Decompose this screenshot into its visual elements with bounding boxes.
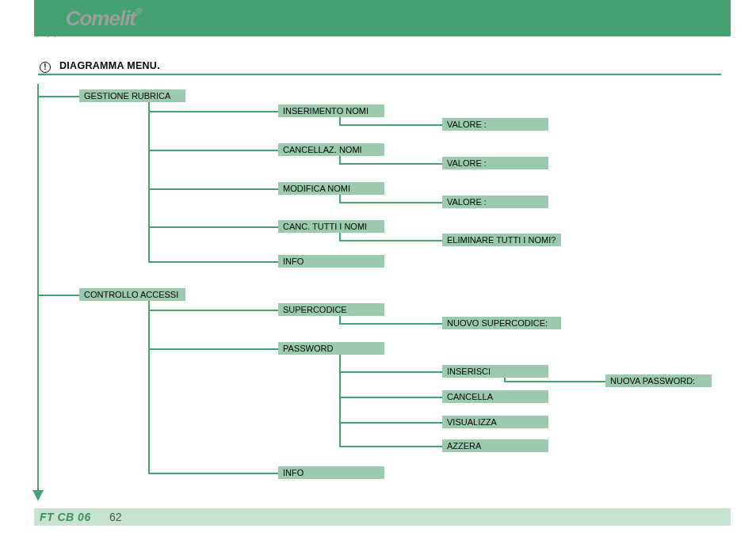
node-valore-3: VALORE : (442, 196, 548, 208)
page-title: DIAGRAMMA MENU. (59, 60, 160, 71)
node-inserimento-nomi: INSERIMENTO NOMI (278, 105, 384, 117)
node-nuovo-supercodice: NUOVO SUPERCODICE: (442, 317, 561, 329)
node-eliminare: ELIMINARE TUTTI I NOMI? (442, 234, 561, 246)
node-gestione-rubrica: GESTIONE RUBRICA (79, 89, 185, 102)
connector (339, 124, 442, 126)
footer-bar (34, 508, 731, 526)
connector (148, 473, 278, 474)
node-inserisci: INSERISCI (442, 365, 548, 378)
connector (339, 371, 442, 373)
connector (148, 188, 278, 190)
connector (148, 310, 278, 311)
connector (37, 295, 79, 296)
info-icon: ! (40, 62, 51, 73)
brand-name: Comelit (66, 6, 136, 30)
arrowhead-down-icon (32, 490, 44, 501)
connector (148, 102, 150, 263)
connector (339, 355, 341, 447)
footer-code: FT CB 06 (40, 511, 91, 523)
node-canc-tutti: CANC. TUTTI I NOMI (278, 220, 384, 233)
connector (339, 240, 442, 241)
footer-page: 62 (109, 511, 122, 523)
node-visualizza: VISUALIZZA (442, 416, 548, 428)
connector (148, 261, 278, 263)
connector (339, 397, 442, 398)
connector (148, 226, 278, 228)
connector (339, 422, 442, 424)
connector (148, 150, 278, 151)
node-nuova-password: NUOVA PASSWORD: (605, 374, 712, 387)
connector (339, 446, 442, 447)
node-modifica-nomi: MODIFICA NOMI (278, 182, 384, 195)
connector (504, 381, 605, 382)
node-cancellaz-nomi: CANCELLAZ. NOMI (278, 143, 384, 156)
connector-spine (37, 84, 39, 492)
connector (339, 163, 442, 165)
brand-logo: XXComelit® GROUP S.P.A. (40, 6, 141, 36)
node-info-2: INFO (278, 466, 384, 479)
connector (37, 96, 79, 97)
node-cancella: CANCELLA (442, 390, 548, 403)
node-controllo-accessi: CONTROLLO ACCESSI (79, 288, 185, 301)
connector (148, 111, 278, 112)
connector (148, 348, 278, 350)
connector (148, 301, 150, 474)
connector (339, 323, 442, 325)
node-valore-2: VALORE : (442, 157, 548, 169)
brand-mark: ® (136, 6, 141, 16)
node-supercodice: SUPERCODICE (278, 303, 384, 316)
node-azzera: AZZERA (442, 439, 548, 452)
node-info-1: INFO (278, 255, 384, 268)
node-valore-1: VALORE : (442, 118, 548, 131)
connector (339, 202, 442, 203)
title-underline (38, 74, 721, 75)
node-password: PASSWORD (278, 342, 384, 355)
